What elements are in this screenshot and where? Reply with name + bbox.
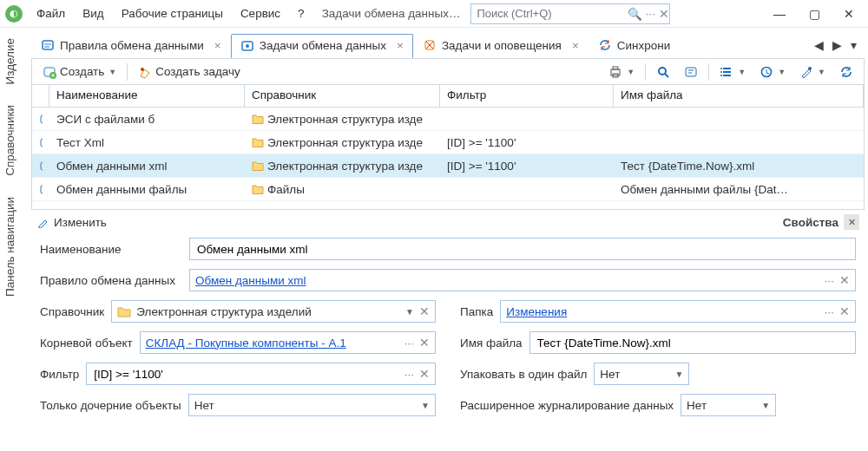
cell-name: Обмен данными xml xyxy=(49,160,245,173)
chevron-down-icon[interactable]: ▼ xyxy=(405,307,414,317)
window-close[interactable]: ✕ xyxy=(835,3,863,25)
close-icon[interactable]: × xyxy=(214,39,221,52)
cell-reference: Электронная структура изде xyxy=(245,160,440,173)
menu-pages[interactable]: Рабочие страницы xyxy=(115,3,230,23)
close-icon[interactable]: × xyxy=(572,39,579,52)
rule-clear-icon[interactable]: ✕ xyxy=(839,273,850,287)
menu-service[interactable]: Сервис xyxy=(233,3,287,23)
table-row[interactable]: Обмен данными файлыФайлыОбмен данными фа… xyxy=(32,178,864,201)
tab-sync[interactable]: Синхрони xyxy=(589,33,681,57)
svg-point-10 xyxy=(659,68,666,75)
grid-header: Наименование Справочник Фильтр Имя файла xyxy=(32,85,864,108)
sidebar-tab-references[interactable]: Справочники xyxy=(2,100,24,181)
search-clear-icon[interactable]: ✕ xyxy=(659,7,669,21)
search-box[interactable]: 🔍 ··· ✕ xyxy=(470,3,670,24)
name-label: Наименование xyxy=(40,243,181,256)
search-options-icon[interactable]: ··· xyxy=(645,7,654,20)
folder-more-icon[interactable]: ··· xyxy=(825,305,834,318)
menu-file[interactable]: Файл xyxy=(30,3,72,23)
root-link[interactable]: СКЛАД - Покупные компоненты - A.1 xyxy=(146,337,346,350)
grid-header-filter[interactable]: Фильтр xyxy=(440,85,614,107)
filter-more-icon[interactable]: ··· xyxy=(404,368,414,381)
folder-input[interactable]: Изменения ···✕ xyxy=(500,300,856,323)
svg-rect-0 xyxy=(43,41,53,49)
menubar: ◐ Файл Вид Рабочие страницы Сервис ? Зад… xyxy=(0,0,868,28)
pack-select[interactable]: Нет ▼ xyxy=(594,363,689,385)
filename-input[interactable] xyxy=(529,331,856,354)
folder-link[interactable]: Изменения xyxy=(506,305,567,318)
filter-button[interactable] xyxy=(679,62,703,82)
filter-input[interactable]: ···✕ xyxy=(86,363,436,385)
cell-reference: Электронная структура изде xyxy=(245,136,440,149)
chevron-down-icon[interactable]: ▼ xyxy=(421,401,430,410)
chevron-down-icon[interactable]: ▼ xyxy=(761,401,770,410)
rule-more-icon[interactable]: ··· xyxy=(825,274,834,287)
chevron-down-icon[interactable]: ▼ xyxy=(674,369,683,379)
filter-clear-icon[interactable]: ✕ xyxy=(419,367,430,381)
log-value: Нет xyxy=(687,399,707,412)
pack-label: Упаковать в один файл xyxy=(460,368,587,381)
children-select[interactable]: Нет ▼ xyxy=(188,394,436,416)
history-button[interactable]: ▼ xyxy=(754,62,791,82)
window-minimize[interactable]: — xyxy=(766,3,793,25)
log-label: Расширенное журналирование данных xyxy=(460,399,674,412)
sidebar-tab-navigation[interactable]: Панель навигации xyxy=(2,192,24,302)
create-button[interactable]: Создать ▼ xyxy=(37,62,122,82)
grid-body[interactable]: ЭСИ с файлами бЭлектронная структура изд… xyxy=(32,108,864,209)
table-row[interactable]: Обмен данными xmlЭлектронная структура и… xyxy=(32,154,864,178)
table-row[interactable]: Тест XmlЭлектронная структура изде[ID] >… xyxy=(32,131,864,154)
filter-field[interactable] xyxy=(92,367,398,382)
grid-header-filename[interactable]: Имя файла xyxy=(614,85,864,107)
create-task-button[interactable]: Создать задачу xyxy=(133,62,246,82)
cell-name: Обмен данными файлы xyxy=(49,183,245,196)
close-icon[interactable]: × xyxy=(397,39,404,52)
app-icon: ◐ xyxy=(5,5,23,23)
name-field[interactable] xyxy=(195,242,850,257)
rule-input[interactable]: Обмен данными xml ···✕ xyxy=(189,269,856,291)
settings-button[interactable]: ▼ xyxy=(794,62,831,82)
menu-view[interactable]: Вид xyxy=(76,3,110,23)
svg-rect-18 xyxy=(41,139,43,147)
properties-close[interactable]: ✕ xyxy=(844,214,859,230)
pack-value: Нет xyxy=(600,368,620,381)
reference-input[interactable]: Электронная структура изделий ▼✕ xyxy=(111,300,436,323)
search-button[interactable] xyxy=(651,62,675,82)
search-input[interactable] xyxy=(475,6,624,21)
folder-clear-icon[interactable]: ✕ xyxy=(839,304,850,318)
root-more-icon[interactable]: ··· xyxy=(404,337,414,350)
search-icon[interactable]: 🔍 xyxy=(628,7,641,21)
tab-rules[interactable]: Правила обмена данными × xyxy=(31,33,231,57)
tabs-prev[interactable]: ◀ xyxy=(812,38,826,52)
table-row[interactable]: ЭСИ с файлами бЭлектронная структура изд… xyxy=(32,108,864,131)
log-select[interactable]: Нет ▼ xyxy=(681,394,776,416)
rules-icon xyxy=(41,38,55,52)
create-label: Создать xyxy=(60,65,104,78)
alerts-icon xyxy=(423,38,437,52)
tabs-menu[interactable]: ▾ xyxy=(848,38,859,52)
children-label: Только дочерние объекты xyxy=(40,399,181,412)
menu-help[interactable]: ? xyxy=(291,3,312,23)
root-input[interactable]: СКЛАД - Покупные компоненты - A.1 ···✕ xyxy=(140,331,436,354)
name-input[interactable] xyxy=(189,238,856,260)
window-maximize[interactable]: ▢ xyxy=(800,3,828,25)
chevron-down-icon: ▼ xyxy=(108,68,116,76)
reference-clear-icon[interactable]: ✕ xyxy=(419,304,430,318)
tab-notifications[interactable]: Задачи и оповещения × xyxy=(413,33,589,57)
grid-header-name[interactable]: Наименование xyxy=(49,85,245,107)
edit-link[interactable]: Изменить xyxy=(54,216,107,229)
tab-tasks[interactable]: Задачи обмена данных × xyxy=(231,34,413,58)
refresh-button[interactable] xyxy=(834,62,858,82)
rule-link[interactable]: Обмен данными xml xyxy=(195,274,306,287)
cell-reference: Электронная структура изде xyxy=(245,113,440,126)
tab-label: Правила обмена данными xyxy=(60,39,204,52)
grid-header-rownum[interactable] xyxy=(32,85,49,107)
grid-header-reference[interactable]: Справочник xyxy=(245,85,440,107)
tabs-next[interactable]: ▶ xyxy=(830,38,845,52)
view-list-button[interactable]: ▼ xyxy=(714,62,751,82)
root-clear-icon[interactable]: ✕ xyxy=(419,336,430,350)
svg-point-16 xyxy=(808,67,812,70)
properties-header: Изменить Свойства ✕ xyxy=(31,210,865,234)
filename-field[interactable] xyxy=(536,336,850,350)
print-button[interactable]: ▼ xyxy=(603,62,640,82)
sidebar-tab-product[interactable]: Изделие xyxy=(2,33,24,89)
